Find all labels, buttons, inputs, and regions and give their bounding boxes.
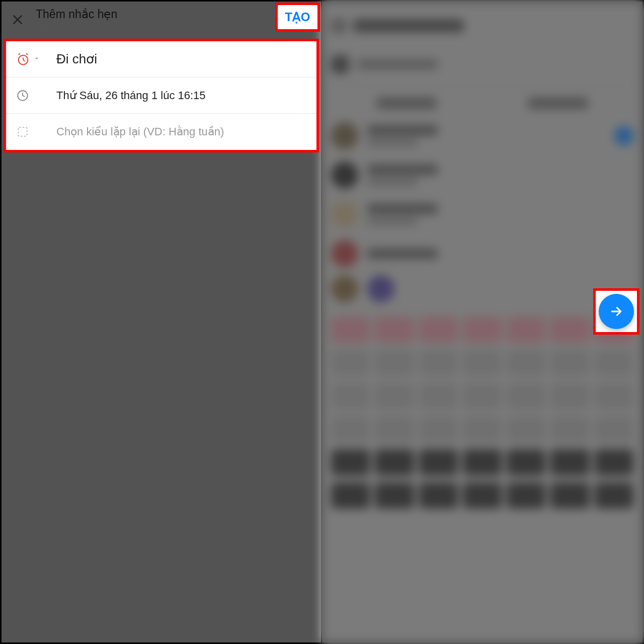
svg-rect-10	[18, 127, 27, 136]
next-fab-button[interactable]	[599, 294, 634, 329]
clock-icon	[16, 89, 38, 102]
close-icon	[11, 13, 24, 26]
contact-picker-panel	[322, 2, 642, 642]
reminder-title-row[interactable]: Đi chơi	[6, 41, 316, 77]
reminder-datetime-row[interactable]: Thứ Sáu, 26 tháng 1 lúc 16:15	[6, 77, 316, 114]
reminder-form-highlight: Đi chơi Thứ Sáu, 26 tháng 1 lúc 16:15	[4, 39, 319, 152]
header-title: Thêm nhắc hẹn	[36, 8, 315, 21]
reminder-header: Thêm nhắc hẹn Nhóm 5538	[2, 2, 321, 38]
repeat-icon	[16, 125, 38, 138]
create-button[interactable]: TẠO	[285, 10, 310, 24]
svg-line-6	[26, 53, 28, 54]
svg-line-4	[23, 60, 25, 61]
chevron-down-icon	[33, 55, 40, 64]
reminder-datetime-label: Thứ Sáu, 26 tháng 1 lúc 16:15	[56, 89, 306, 102]
arrow-right-icon	[609, 304, 624, 319]
svg-line-5	[19, 53, 21, 54]
reminder-repeat-row[interactable]: Chọn kiểu lặp lại (VD: Hằng tuần)	[6, 114, 316, 150]
reminder-create-panel: Thêm nhắc hẹn Nhóm 5538 TẠO	[2, 2, 322, 642]
fab-highlight	[593, 288, 639, 335]
close-button[interactable]	[8, 10, 28, 30]
reminder-repeat-placeholder: Chọn kiểu lặp lại (VD: Hằng tuần)	[56, 125, 306, 138]
alarm-icon	[16, 52, 38, 66]
reminder-title-input[interactable]: Đi chơi	[56, 51, 306, 67]
create-button-highlight: TẠO	[275, 3, 320, 32]
header-subtitle: Nhóm 5538	[36, 22, 315, 32]
svg-line-9	[23, 96, 25, 97]
